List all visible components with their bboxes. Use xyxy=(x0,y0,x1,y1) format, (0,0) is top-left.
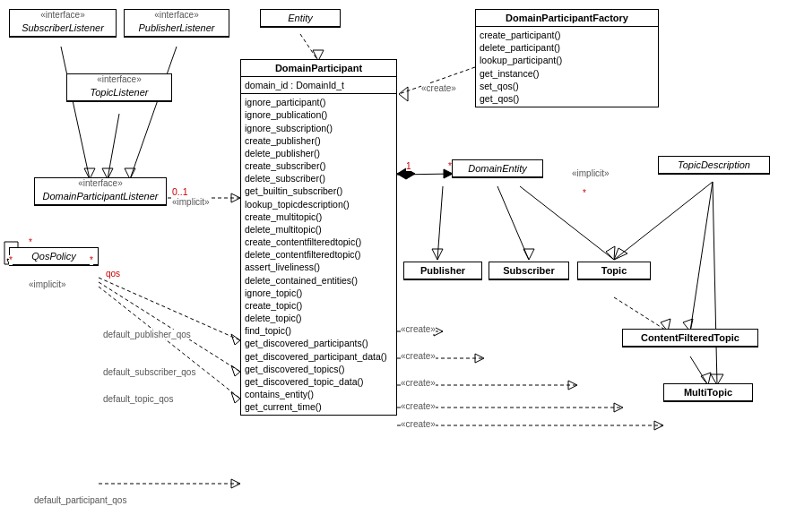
dpf-box: DomainParticipantFactory create_particip… xyxy=(475,9,659,107)
label-create-subscriber: «create» xyxy=(401,351,436,361)
publisher-listener-stereotype: «interface» xyxy=(125,10,229,20)
dp-method-18: delete_topic() xyxy=(245,312,393,324)
publisher-listener-title: PublisherListener xyxy=(125,20,229,37)
dpf-method-3: lookup_participant() xyxy=(480,54,654,66)
svg-line-19 xyxy=(690,356,708,385)
label-implicit-2: «implicit» xyxy=(572,168,610,178)
label-default-subscriber-qos: default_subscriber_qos xyxy=(103,367,195,377)
label-star-qos: * xyxy=(90,255,93,265)
dpf-method-1: create_participant() xyxy=(480,29,654,41)
dpf-method-5: set_qos() xyxy=(480,80,654,92)
svg-line-43 xyxy=(99,282,240,372)
qos-policy-box: QosPolicy xyxy=(9,247,99,266)
dp-method-12: create_contentfilteredtopic() xyxy=(245,236,393,248)
label-star-qos2: * xyxy=(29,237,32,247)
svg-marker-40 xyxy=(231,193,240,202)
subscriber-listener-title: SubscriberListener xyxy=(10,20,116,37)
cft-title: ContentFilteredTopic xyxy=(623,330,757,347)
svg-line-37 xyxy=(108,114,119,179)
svg-line-13 xyxy=(614,182,713,260)
label-create-mt: «create» xyxy=(401,419,436,429)
multi-topic-box: MultiTopic xyxy=(663,383,753,402)
domain-participant-box: DomainParticipant domain_id : DomainId_t… xyxy=(240,59,397,416)
dp-attr: domain_id : DomainId_t xyxy=(241,77,396,94)
dp-method-7: delete_subscriber() xyxy=(245,172,393,184)
svg-marker-53 xyxy=(231,479,240,488)
label-implicit-qos: «implicit» xyxy=(29,279,66,289)
svg-marker-3 xyxy=(399,87,408,101)
svg-marker-44 xyxy=(231,365,240,376)
uml-diagram: «interface» SubscriberListener «interfac… xyxy=(0,0,787,532)
subscriber-title: Subscriber xyxy=(489,262,568,279)
entity-box: Entity xyxy=(260,9,341,28)
label-zero-one: 0..1 xyxy=(172,186,188,197)
dp-method-9: lookup_topicdescription() xyxy=(245,198,393,210)
publisher-title: Publisher xyxy=(404,262,481,279)
dp-title: DomainParticipant xyxy=(241,60,396,77)
label-star: * xyxy=(448,161,452,171)
label-default-participant-qos: default_participant_qos xyxy=(34,495,126,505)
mt-title: MultiTopic xyxy=(664,384,752,401)
subscriber-listener-box: «interface» SubscriberListener xyxy=(9,9,117,38)
dp-method-19: find_topic() xyxy=(245,324,393,337)
dp-attr-domain-id: domain_id : DomainId_t xyxy=(245,79,393,91)
label-create-create: «create» xyxy=(421,83,456,93)
svg-marker-14 xyxy=(614,248,627,260)
svg-line-33 xyxy=(61,47,90,179)
label-star-qos3: * xyxy=(9,255,13,265)
dp-method-8: get_builtin_subscriber() xyxy=(245,184,393,197)
dp-method-2: ignore_publication() xyxy=(245,108,393,121)
dp-method-17: create_topic() xyxy=(245,299,393,312)
dpf-method-6: get_qos() xyxy=(480,92,654,105)
dp-method-11: delete_multitopic() xyxy=(245,223,393,236)
dp-method-10: create_multitopic() xyxy=(245,210,393,223)
svg-line-35 xyxy=(130,47,177,179)
td-title: TopicDescription xyxy=(659,157,769,174)
label-create-topic: «create» xyxy=(401,378,436,388)
domain-entity-box: DomainEntity xyxy=(452,159,543,178)
dpf-method-2: delete_participant() xyxy=(480,41,654,54)
dp-method-21: get_discovered_participant_data() xyxy=(245,350,393,363)
dpf-title: DomainParticipantFactory xyxy=(476,10,658,27)
dp-method-5: delete_publisher() xyxy=(245,147,393,159)
svg-line-17 xyxy=(690,182,713,331)
label-create-cft: «create» xyxy=(401,401,436,411)
dp-method-4: create_publisher() xyxy=(245,134,393,147)
topic-description-box: TopicDescription xyxy=(658,156,770,175)
dp-method-13: delete_contentfilteredtopic() xyxy=(245,248,393,261)
svg-line-21 xyxy=(713,182,717,385)
dp-method-14: assert_liveliness() xyxy=(245,261,393,273)
svg-marker-32 xyxy=(654,421,663,430)
entity-title: Entity xyxy=(261,10,340,27)
publisher-listener-box: «interface» PublisherListener xyxy=(124,9,229,38)
dp-method-15: delete_contained_entities() xyxy=(245,274,393,287)
svg-line-4 xyxy=(397,174,453,175)
svg-line-9 xyxy=(497,186,529,260)
dpl-title: DomainParticipantListener xyxy=(35,188,166,205)
qos-policy-title: QosPolicy xyxy=(10,248,98,265)
label-1: 1 xyxy=(406,161,411,171)
topic-listener-box: «interface» TopicListener xyxy=(66,73,172,102)
de-title: DomainEntity xyxy=(453,160,542,177)
svg-line-7 xyxy=(437,186,443,260)
dpl-stereotype: «interface» xyxy=(35,178,166,188)
dp-methods: ignore_participant() ignore_publication(… xyxy=(241,94,396,415)
subscriber-listener-stereotype: «interface» xyxy=(10,10,116,20)
subscriber-box: Subscriber xyxy=(489,262,569,280)
label-default-publisher-qos: default_publisher_qos xyxy=(103,330,191,339)
svg-line-15 xyxy=(614,297,668,331)
svg-line-0 xyxy=(300,34,318,61)
svg-line-11 xyxy=(520,186,614,260)
svg-marker-8 xyxy=(432,249,443,260)
topic-title: Topic xyxy=(578,262,650,279)
label-qos: qos xyxy=(106,269,120,279)
svg-marker-46 xyxy=(231,392,240,403)
svg-marker-26 xyxy=(475,354,484,363)
svg-marker-28 xyxy=(568,381,577,390)
dp-method-20: get_discovered_participants() xyxy=(245,337,393,349)
topic-listener-stereotype: «interface» xyxy=(67,74,171,84)
label-default-topic-qos: default_topic_qos xyxy=(103,394,173,404)
cft-box: ContentFilteredTopic xyxy=(622,329,758,348)
label-implicit-1: «implicit» xyxy=(172,197,210,207)
topic-box: Topic xyxy=(577,262,651,280)
